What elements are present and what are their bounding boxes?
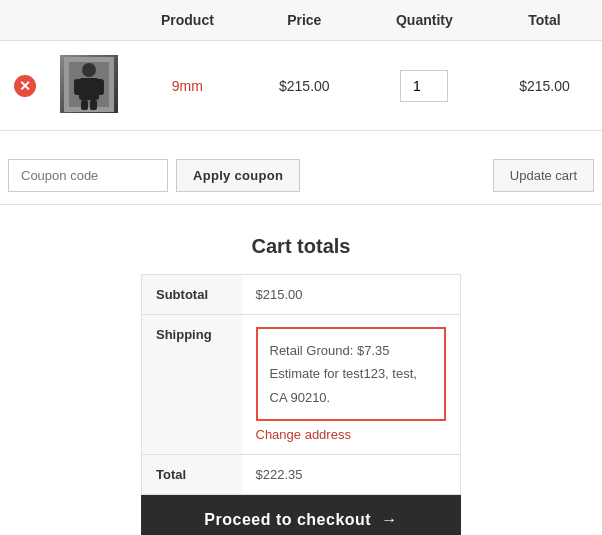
product-link[interactable]: 9mm — [172, 78, 203, 94]
product-name-cell: 9mm — [128, 41, 247, 131]
subtotal-value: $215.00 — [242, 275, 461, 315]
change-address-link[interactable]: Change address — [256, 427, 447, 442]
coupon-row: Apply coupon Update cart — [0, 147, 602, 205]
shipping-row: Shipping Retail Ground: $7.35 Estimate f… — [142, 315, 461, 455]
col-image-header — [50, 0, 128, 41]
shipping-estimate-text: Estimate for test123, test, CA 90210. — [270, 362, 433, 409]
total-row: Total $222.35 — [142, 455, 461, 495]
svg-rect-7 — [90, 100, 97, 110]
quantity-input[interactable] — [400, 70, 448, 102]
product-image — [60, 55, 118, 113]
product-price-cell: $215.00 — [247, 41, 362, 131]
col-remove-header — [0, 0, 50, 41]
totals-table: Subtotal $215.00 Shipping Retail Ground:… — [141, 274, 461, 495]
cart-table: Product Price Quantity Total ✕ — [0, 0, 602, 131]
product-image-cell — [50, 41, 128, 131]
svg-rect-5 — [96, 79, 104, 95]
total-value: $222.35 — [242, 455, 461, 495]
subtotal-row: Subtotal $215.00 — [142, 275, 461, 315]
product-silhouette-icon — [64, 57, 114, 112]
checkout-btn-row: Proceed to checkout → — [141, 495, 461, 535]
remove-cell: ✕ — [0, 41, 50, 131]
subtotal-label: Subtotal — [142, 275, 242, 315]
svg-rect-6 — [81, 100, 88, 110]
product-image-placeholder — [60, 55, 118, 113]
product-total-cell: $215.00 — [487, 41, 602, 131]
table-row: ✕ — [0, 41, 602, 131]
apply-coupon-button[interactable]: Apply coupon — [176, 159, 300, 192]
coupon-left: Apply coupon — [8, 159, 300, 192]
remove-button[interactable]: ✕ — [14, 75, 36, 97]
col-quantity-header: Quantity — [362, 0, 487, 41]
shipping-box: Retail Ground: $7.35 Estimate for test12… — [256, 327, 447, 421]
total-label: Total — [142, 455, 242, 495]
col-product-header: Product — [128, 0, 247, 41]
product-qty-cell — [362, 41, 487, 131]
col-total-header: Total — [487, 0, 602, 41]
cart-totals-title: Cart totals — [141, 235, 461, 258]
shipping-method-text: Retail Ground: $7.35 — [270, 339, 433, 362]
shipping-value-cell: Retail Ground: $7.35 Estimate for test12… — [242, 315, 461, 455]
svg-rect-4 — [74, 79, 82, 95]
cart-totals: Cart totals Subtotal $215.00 Shipping Re… — [141, 235, 461, 535]
col-price-header: Price — [247, 0, 362, 41]
checkout-button[interactable]: Proceed to checkout → — [141, 495, 461, 535]
checkout-arrow-icon: → — [381, 511, 398, 529]
coupon-input[interactable] — [8, 159, 168, 192]
shipping-label: Shipping — [142, 315, 242, 455]
checkout-button-label: Proceed to checkout — [204, 511, 371, 529]
svg-point-2 — [82, 63, 96, 77]
update-cart-button[interactable]: Update cart — [493, 159, 594, 192]
